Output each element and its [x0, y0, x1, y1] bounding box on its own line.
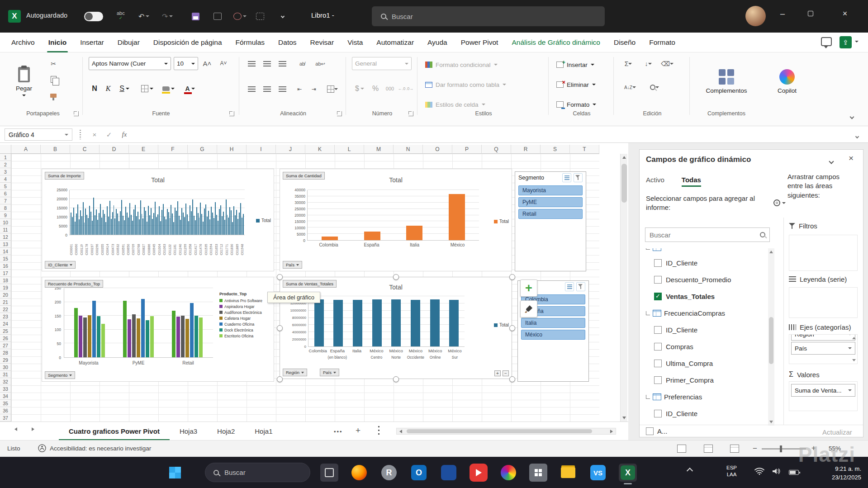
bar[interactable]: [133, 209, 134, 235]
bar[interactable]: [114, 218, 115, 235]
row-header-33[interactable]: 33: [0, 385, 11, 393]
column-header-I[interactable]: I: [247, 145, 276, 154]
column-header-J[interactable]: J: [276, 145, 305, 154]
share-caret-icon[interactable]: [855, 41, 859, 43]
format-cells-button[interactable]: Formato: [555, 98, 598, 111]
chart-styles-button[interactable]: [520, 300, 537, 317]
bar[interactable]: [132, 221, 133, 235]
field-checkbox[interactable]: [654, 343, 662, 351]
multiselect-icon[interactable]: [565, 282, 574, 291]
bar[interactable]: [135, 205, 136, 235]
bar[interactable]: [127, 213, 128, 235]
bar[interactable]: [199, 317, 203, 357]
page-layout-view-button[interactable]: [704, 445, 713, 453]
bar[interactable]: [75, 222, 76, 235]
bar[interactable]: [100, 204, 101, 235]
bar[interactable]: [224, 220, 225, 235]
formula-input[interactable]: [136, 128, 850, 141]
titlebar-search[interactable]: Buscar: [372, 6, 605, 26]
selection-handle[interactable]: [509, 376, 515, 382]
bar[interactable]: [219, 209, 220, 235]
bar[interactable]: [198, 213, 199, 235]
row-header-9[interactable]: 9: [0, 212, 11, 219]
bar[interactable]: [322, 237, 338, 240]
bar[interactable]: [88, 315, 91, 357]
snip-icon[interactable]: [320, 464, 338, 482]
bar[interactable]: [149, 215, 150, 235]
axis-field-button[interactable]: País: [283, 261, 302, 269]
bar[interactable]: [201, 214, 202, 235]
bar[interactable]: [97, 316, 100, 357]
row-header-37[interactable]: 37: [0, 414, 11, 422]
scrollbar-thumb[interactable]: [407, 429, 592, 433]
start-button[interactable]: [166, 464, 184, 482]
field-item-id_cliente[interactable]: ID_Cliente: [645, 322, 766, 338]
bar[interactable]: [185, 204, 186, 235]
bar[interactable]: [132, 314, 136, 357]
bar[interactable]: [233, 206, 234, 235]
slicer-item-retail[interactable]: Retail: [518, 209, 583, 219]
bar[interactable]: [364, 232, 380, 240]
app-blue-icon[interactable]: [440, 464, 458, 482]
excel-icon[interactable]: [619, 464, 637, 482]
bar[interactable]: [185, 319, 189, 357]
field-item-compras[interactable]: Compras: [645, 338, 766, 355]
bar[interactable]: [117, 213, 118, 235]
selection-handle[interactable]: [277, 376, 283, 382]
row-header-20[interactable]: 20: [0, 291, 11, 298]
axis-field-button[interactable]: ID_Cliente: [45, 261, 76, 269]
pivotchart-recuento-producto-top[interactable]: Recuento de Producto_Top050100150200250M…: [42, 277, 274, 382]
bar[interactable]: [136, 216, 137, 235]
column-headers[interactable]: ABCDEFGHIJKLMNOPQRST: [11, 145, 599, 154]
row-header-31[interactable]: 31: [0, 371, 11, 378]
column-header-L[interactable]: L: [335, 145, 364, 154]
font-size-combo[interactable]: 10: [174, 57, 198, 70]
increase-decimal-button[interactable]: ←.0: [398, 82, 405, 95]
field-table-frecuenciacompras[interactable]: FrecuenciaCompras: [645, 305, 766, 322]
increase-indent-button[interactable]: ⇥: [308, 83, 320, 95]
bar[interactable]: [184, 217, 185, 235]
bar[interactable]: [140, 200, 141, 235]
field-item-ventas_totales[interactable]: Ventas_Totales: [645, 288, 766, 305]
bar[interactable]: [216, 215, 217, 235]
row-header-36[interactable]: 36: [0, 407, 11, 414]
maximize-button[interactable]: [797, 0, 824, 27]
fields-list[interactable]: ID_ClienteDescuento_PromedioVentas_Total…: [645, 248, 766, 426]
r-app-icon[interactable]: [380, 464, 398, 482]
row-header-4[interactable]: 4: [0, 175, 11, 183]
column-header-K[interactable]: K: [305, 145, 335, 154]
ribbon-tab-inicio[interactable]: Inicio: [42, 33, 73, 52]
multiselect-icon[interactable]: [562, 173, 571, 182]
row-header-2[interactable]: 2: [0, 161, 11, 168]
borders-button[interactable]: [138, 82, 156, 95]
taskbar-search[interactable]: Buscar: [205, 463, 310, 482]
bar[interactable]: [81, 216, 82, 235]
bar[interactable]: [141, 299, 145, 357]
bar[interactable]: [159, 206, 160, 235]
font-color-button[interactable]: A: [181, 82, 199, 95]
align-middle-button[interactable]: [261, 58, 273, 70]
bar[interactable]: [112, 212, 113, 235]
bar[interactable]: [228, 218, 229, 235]
bar[interactable]: [235, 215, 236, 235]
row-header-17[interactable]: 17: [0, 270, 11, 277]
bar[interactable]: [172, 311, 175, 357]
tools-gear-icon[interactable]: [773, 199, 786, 206]
bold-button[interactable]: N: [89, 82, 100, 95]
bar[interactable]: [129, 203, 130, 235]
spellcheck-icon[interactable]: abc✓: [117, 11, 125, 22]
stamp-tool-icon[interactable]: [256, 11, 264, 22]
bar[interactable]: [77, 204, 78, 235]
axis-field-button[interactable]: País: [320, 369, 339, 376]
underline-button[interactable]: S: [116, 82, 133, 95]
bar[interactable]: [145, 211, 146, 235]
bar[interactable]: [104, 214, 105, 235]
pivot-field-button[interactable]: Suma de Cantidad: [283, 172, 325, 180]
collapse-field-button[interactable]: −: [503, 370, 509, 376]
select-all-corner[interactable]: [0, 145, 11, 154]
table-tool-icon[interactable]: [213, 11, 222, 22]
bar[interactable]: [213, 218, 214, 235]
row-header-22[interactable]: 22: [0, 306, 11, 313]
bar[interactable]: [124, 220, 125, 235]
bar[interactable]: [222, 216, 223, 235]
